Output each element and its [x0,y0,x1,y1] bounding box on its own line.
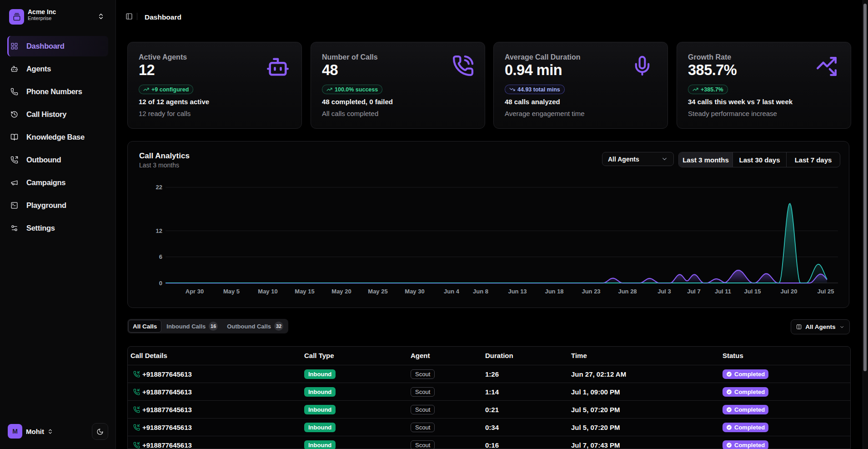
svg-text:Jul 15: Jul 15 [744,288,761,295]
svg-text:Jun 28: Jun 28 [618,288,637,295]
svg-text:Jul 3: Jul 3 [657,288,671,295]
svg-text:Apr 30: Apr 30 [186,288,204,295]
svg-text:Jun 13: Jun 13 [508,288,527,295]
svg-text:Jul 20: Jul 20 [781,288,798,295]
svg-text:22: 22 [156,184,162,191]
svg-text:May 25: May 25 [368,288,387,295]
svg-text:Jul 11: Jul 11 [715,288,731,295]
svg-text:May 15: May 15 [295,288,314,295]
svg-text:Jun 4: Jun 4 [444,288,460,295]
svg-text:6: 6 [159,253,162,260]
svg-text:Jun 8: Jun 8 [473,288,488,295]
svg-text:May 10: May 10 [258,288,277,295]
svg-text:Jun 18: Jun 18 [545,288,563,295]
svg-text:12: 12 [156,227,162,234]
svg-text:May 20: May 20 [331,288,351,295]
svg-text:0: 0 [159,280,162,287]
svg-text:Jul 25: Jul 25 [818,288,834,295]
svg-text:May 5: May 5 [223,288,240,295]
svg-text:Jun 23: Jun 23 [582,288,600,295]
svg-text:May 30: May 30 [405,288,424,295]
svg-text:Jul 7: Jul 7 [687,288,701,295]
